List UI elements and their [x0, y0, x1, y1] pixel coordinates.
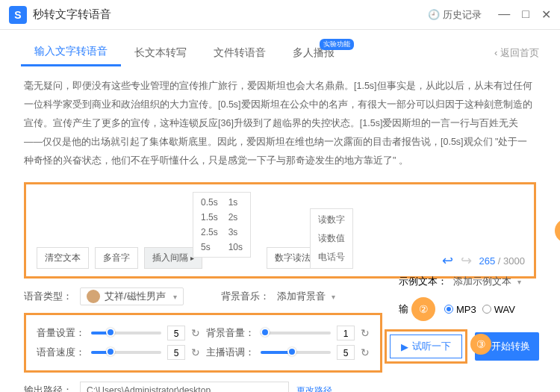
- chevron-down-icon: ▾: [517, 278, 521, 286]
- redo-icon[interactable]: ↪: [461, 252, 472, 269]
- pause-1.5s[interactable]: 1.5s: [201, 212, 218, 223]
- radio-mp3[interactable]: MP3: [444, 304, 476, 315]
- beta-badge: 实验功能: [320, 39, 354, 50]
- pitch-value[interactable]: 5: [337, 345, 355, 360]
- speed-slider[interactable]: [91, 351, 161, 354]
- bg-volume-label: 背景音量：: [206, 326, 255, 340]
- play-icon: ▶: [401, 341, 408, 352]
- voice-type-label: 语音类型：: [24, 290, 72, 303]
- speed-value[interactable]: 5: [167, 345, 185, 360]
- pause-2s[interactable]: 2s: [228, 212, 243, 223]
- text-area[interactable]: 毫无疑问，即便没有这些专业管理的宣传推广旅行，爱因斯坦也会大名鼎鼎。[1.5s]…: [0, 66, 560, 176]
- minimize-button[interactable]: —: [498, 7, 510, 22]
- back-home-link[interactable]: ‹ 返回首页: [494, 46, 539, 60]
- pause-3s[interactable]: 3s: [228, 227, 243, 237]
- tabs: 输入文字转语音 长文本转写 文件转语音 多人播报 实验功能 ‹ 返回首页: [0, 30, 560, 66]
- bg-volume-slider[interactable]: [261, 332, 331, 335]
- refresh-icon[interactable]: ↻: [191, 346, 200, 358]
- refresh-icon[interactable]: ↻: [361, 346, 370, 358]
- char-max: / 3000: [498, 255, 525, 267]
- close-button[interactable]: ✕: [541, 7, 551, 22]
- preview-button[interactable]: ▶ 试听一下: [390, 335, 462, 358]
- tab-multi-voice[interactable]: 多人播报 实验功能: [279, 40, 348, 66]
- digit-read-digit[interactable]: 读数字: [318, 214, 345, 226]
- chevron-down-icon: ▾: [173, 293, 177, 301]
- callout-1: ①: [555, 219, 560, 243]
- format-label: 输: [399, 302, 408, 316]
- sliders-panel: 音量设置： 5 ↻ 背景音量： 1 ↻ 语音速度： 5 ↻ 主播语调： 5 ↻: [24, 313, 382, 373]
- output-path-input[interactable]: [80, 382, 289, 392]
- pitch-label: 主播语调：: [206, 346, 255, 359]
- chevron-down-icon: ▾: [332, 293, 335, 301]
- pause-1s[interactable]: 1s: [228, 197, 243, 208]
- radio-wav[interactable]: WAV: [482, 304, 515, 315]
- maximize-button[interactable]: □: [522, 7, 529, 22]
- refresh-icon[interactable]: ↻: [361, 327, 370, 339]
- clock-icon: 🕘: [428, 9, 440, 20]
- clear-text-button[interactable]: 清空文本: [37, 247, 89, 269]
- history-button[interactable]: 🕘 历史记录: [428, 8, 482, 22]
- change-path-link[interactable]: 更改路径: [296, 385, 332, 393]
- radio-icon: [444, 305, 453, 314]
- tab-long-text[interactable]: 长文本转写: [121, 40, 200, 66]
- pause-10s[interactable]: 10s: [228, 242, 243, 252]
- volume-label: 音量设置：: [37, 326, 85, 340]
- options-panel: ① 0.5s1s 1.5s2s 2.5s3s 5s10s 读数字 读数值 电话号…: [24, 182, 536, 279]
- tab-input-tts[interactable]: 输入文字转语音: [21, 39, 121, 66]
- output-format-row: 输 ② MP3 WAV: [399, 297, 539, 321]
- volume-slider[interactable]: [91, 332, 161, 335]
- add-bgm-label: 添加背景音: [277, 290, 326, 303]
- preview-label: 试听一下: [412, 340, 451, 353]
- char-count: 265: [479, 255, 496, 267]
- polyphone-button[interactable]: 多音字: [95, 247, 138, 269]
- refresh-icon[interactable]: ↻: [191, 327, 200, 339]
- tab-file-tts[interactable]: 文件转语音: [200, 40, 279, 66]
- voice-avatar: [87, 290, 100, 303]
- add-bgm-button[interactable]: 添加背景音 ▾: [277, 290, 335, 303]
- add-example-label: 添加示例文本: [453, 275, 511, 288]
- example-label: 示例文本：: [399, 275, 447, 288]
- add-example-button[interactable]: 添加示例文本 ▾: [453, 275, 521, 288]
- bg-volume-value[interactable]: 1: [337, 326, 355, 340]
- callout-3: ③: [470, 334, 491, 355]
- example-text-row: 示例文本： 添加示例文本 ▾: [399, 275, 539, 288]
- volume-value[interactable]: 5: [167, 326, 185, 340]
- app-logo: S: [9, 6, 27, 24]
- digit-read-value[interactable]: 读数值: [318, 232, 345, 245]
- radio-icon: [482, 305, 491, 314]
- voice-selector[interactable]: 艾祥/磁性男声 ▾: [80, 287, 184, 305]
- history-label: 历史记录: [443, 8, 482, 22]
- digit-popup: 读数字 读数值 电话号: [310, 208, 353, 269]
- pause-popup: 0.5s1s 1.5s2s 2.5s3s 5s10s: [193, 192, 251, 258]
- digit-phone[interactable]: 电话号: [318, 251, 345, 264]
- titlebar: S 秒转文字转语音 🕘 历史记录 — □ ✕: [0, 0, 560, 30]
- voice-name: 艾祥/磁性男声: [105, 290, 166, 303]
- pause-0.5s[interactable]: 0.5s: [201, 197, 218, 208]
- output-path-label: 输出路径：: [24, 384, 72, 392]
- pause-5s[interactable]: 5s: [201, 242, 218, 252]
- preview-highlight: ▶ 试听一下: [385, 329, 467, 364]
- app-title: 秒转文字转语音: [33, 7, 111, 22]
- pause-2.5s[interactable]: 2.5s: [201, 227, 218, 237]
- callout-2: ②: [411, 297, 435, 321]
- speed-label: 语音速度：: [37, 346, 85, 359]
- undo-icon[interactable]: ↩: [442, 252, 453, 269]
- pitch-slider[interactable]: [261, 351, 331, 354]
- bgm-label: 背景音乐：: [221, 290, 270, 303]
- output-path-row: 输出路径： 更改路径: [0, 376, 560, 392]
